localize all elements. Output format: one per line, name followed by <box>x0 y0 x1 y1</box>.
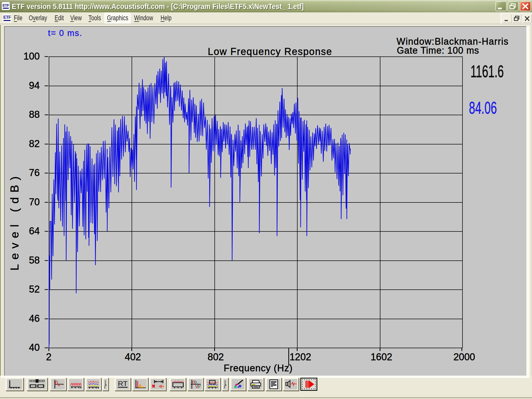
svg-text:RT: RT <box>118 380 128 387</box>
